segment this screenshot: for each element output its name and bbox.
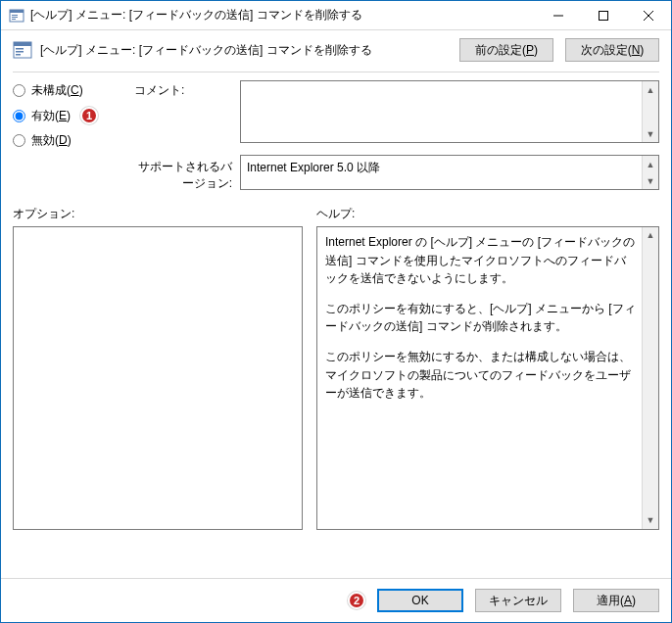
maximize-button[interactable] <box>581 1 626 29</box>
scrollbar[interactable]: ▲ ▼ <box>642 227 658 529</box>
titlebar: [ヘルプ] メニュー: [フィードバックの送信] コマンドを削除する <box>1 1 671 30</box>
svg-rect-13 <box>16 54 21 56</box>
scrollbar[interactable]: ▲ ▼ <box>642 156 658 189</box>
svg-rect-1 <box>10 10 24 13</box>
svg-rect-3 <box>12 17 18 18</box>
minimize-button[interactable] <box>536 1 581 29</box>
scroll-down-icon[interactable]: ▼ <box>643 172 658 189</box>
scrollbar[interactable]: ▲ ▼ <box>642 81 658 142</box>
svg-rect-12 <box>16 51 24 53</box>
radio-disabled[interactable] <box>13 134 25 147</box>
help-paragraph: Internet Explorer の [ヘルプ] メニューの [フィードバック… <box>325 233 637 288</box>
next-setting-button[interactable]: 次の設定(N) <box>565 38 659 62</box>
supported-label: サポートされるバージョン: <box>134 155 232 192</box>
window-title: [ヘルプ] メニュー: [フィードバックの送信] コマンドを削除する <box>30 7 536 24</box>
options-pane <box>13 226 303 530</box>
scroll-up-icon[interactable]: ▲ <box>643 227 658 244</box>
options-label: オプション: <box>13 206 316 222</box>
help-pane: Internet Explorer の [ヘルプ] メニューの [フィードバック… <box>316 226 659 530</box>
comment-label: コメント: <box>134 80 232 99</box>
scroll-down-icon[interactable]: ▼ <box>643 512 658 529</box>
dialog-footer: 2 OK キャンセル 適用(A) <box>1 578 671 622</box>
scroll-down-icon[interactable]: ▼ <box>643 125 658 142</box>
radio-disabled-label: 無効(D) <box>31 132 72 149</box>
comment-textbox[interactable]: ▲ ▼ <box>240 80 659 143</box>
policy-icon <box>13 40 32 60</box>
help-label: ヘルプ: <box>316 206 355 222</box>
close-button[interactable] <box>626 1 671 29</box>
apply-button[interactable]: 適用(A) <box>573 589 659 612</box>
previous-setting-button[interactable]: 前の設定(P) <box>459 38 553 62</box>
scroll-up-icon[interactable]: ▲ <box>643 156 658 172</box>
svg-rect-6 <box>600 11 608 20</box>
state-radio-group: 未構成(C) 有効(E) 1 無効(D) <box>13 80 120 149</box>
annotation-badge-2: 2 <box>348 592 365 609</box>
window-controls <box>536 1 671 29</box>
radio-enabled-label: 有効(E) <box>31 108 71 124</box>
supported-versions-text: Internet Explorer 5.0 以降 <box>247 161 380 174</box>
radio-not-configured-label: 未構成(C) <box>31 82 83 99</box>
ok-button[interactable]: OK <box>377 589 463 612</box>
cancel-button[interactable]: キャンセル <box>475 589 561 612</box>
divider <box>13 72 659 72</box>
radio-not-configured[interactable] <box>13 84 25 97</box>
help-paragraph: このポリシーを有効にすると、[ヘルプ] メニューから [フィードバックの送信] … <box>325 300 637 336</box>
svg-rect-10 <box>14 42 31 46</box>
annotation-badge-1: 1 <box>80 107 98 124</box>
scroll-up-icon[interactable]: ▲ <box>643 81 658 98</box>
radio-enabled[interactable] <box>13 110 25 122</box>
svg-rect-2 <box>12 15 18 16</box>
svg-rect-11 <box>16 48 24 50</box>
app-icon <box>9 8 24 24</box>
svg-rect-4 <box>12 19 16 20</box>
help-paragraph: このポリシーを無効にするか、または構成しない場合は、マイクロソフトの製品について… <box>325 348 637 403</box>
supported-versions-box: Internet Explorer 5.0 以降 ▲ ▼ <box>240 155 659 190</box>
page-title: [ヘルプ] メニュー: [フィードバックの送信] コマンドを削除する <box>40 42 372 59</box>
